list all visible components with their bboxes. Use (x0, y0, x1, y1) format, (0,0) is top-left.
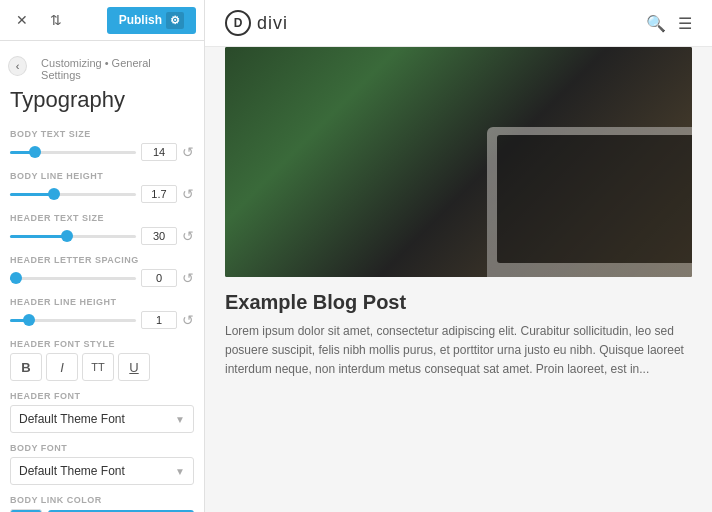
publish-label: Publish (119, 13, 162, 27)
body-text-size-group: BODY TEXT SIZE ↺ (10, 129, 194, 161)
body-link-color-group: BODY LINK COLOR Select Color (10, 495, 194, 512)
header-letter-spacing-track[interactable] (10, 277, 136, 280)
logo-icon: D (225, 10, 251, 36)
post-title: Example Blog Post (225, 291, 692, 314)
page-title: Typography (0, 85, 204, 121)
body-line-height-group: BODY LINE HEIGHT ↺ (10, 171, 194, 203)
header-text-size-label: HEADER TEXT SIZE (10, 213, 194, 223)
site-nav: D divi 🔍 ☰ (205, 0, 712, 47)
body-line-height-label: BODY LINE HEIGHT (10, 171, 194, 181)
header-text-size-input[interactable] (141, 227, 177, 245)
publish-gear-icon[interactable]: ⚙ (166, 12, 184, 29)
header-letter-spacing-label: HEADER LETTER SPACING (10, 255, 194, 265)
blog-content: YOU GOT THIS Example Blog Post Lorem ips… (205, 47, 712, 400)
body-text-size-reset[interactable]: ↺ (182, 145, 194, 159)
header-line-height-label: HEADER LINE HEIGHT (10, 297, 194, 307)
nav-icons: 🔍 ☰ (646, 14, 692, 33)
body-link-color-label: BODY LINK COLOR (10, 495, 194, 505)
header-text-size-track[interactable] (10, 235, 136, 238)
header-font-style-group: HEADER FONT STYLE B I TT U (10, 339, 194, 381)
body-font-label: BODY FONT (10, 443, 194, 453)
body-text-size-label: BODY TEXT SIZE (10, 129, 194, 139)
header-font-value: Default Theme Font (19, 412, 125, 426)
left-panel: ✕ ⇅ Publish ⚙ ‹ Customizing • General Se… (0, 0, 205, 512)
chevron-down-icon-2: ▼ (175, 466, 185, 477)
italic-button[interactable]: I (46, 353, 78, 381)
header-text-size-reset[interactable]: ↺ (182, 229, 194, 243)
body-text-size-input[interactable] (141, 143, 177, 161)
header-line-height-input[interactable] (141, 311, 177, 329)
body-line-height-reset[interactable]: ↺ (182, 187, 194, 201)
header-font-dropdown[interactable]: Default Theme Font ▼ (10, 405, 194, 433)
settings-panel: BODY TEXT SIZE ↺ BODY LINE HEIGHT ↺ (0, 121, 204, 512)
breadcrumb: Customizing • General Settings (31, 49, 196, 83)
header-letter-spacing-group: HEADER LETTER SPACING ↺ (10, 255, 194, 287)
header-font-label: HEADER FONT (10, 391, 194, 401)
header-line-height-group: HEADER LINE HEIGHT ↺ (10, 297, 194, 329)
body-font-value: Default Theme Font (19, 464, 125, 478)
chevron-down-icon: ▼ (175, 414, 185, 425)
body-font-dropdown[interactable]: Default Theme Font ▼ (10, 457, 194, 485)
body-font-group: BODY FONT Default Theme Font ▼ (10, 443, 194, 485)
right-panel: D divi 🔍 ☰ YOU GOT THIS Example Bl (205, 0, 712, 512)
header-letter-spacing-reset[interactable]: ↺ (182, 271, 194, 285)
body-text-size-track[interactable] (10, 151, 136, 154)
site-logo: D divi (225, 10, 288, 36)
publish-button[interactable]: Publish ⚙ (107, 7, 196, 34)
bold-button[interactable]: B (10, 353, 42, 381)
search-icon[interactable]: 🔍 (646, 14, 666, 33)
header-letter-spacing-input[interactable] (141, 269, 177, 287)
font-style-buttons: B I TT U (10, 353, 194, 381)
header-line-height-reset[interactable]: ↺ (182, 313, 194, 327)
close-icon[interactable]: ✕ (8, 6, 36, 34)
sort-icon[interactable]: ⇅ (42, 6, 70, 34)
body-line-height-input[interactable] (141, 185, 177, 203)
header-line-height-track[interactable] (10, 319, 136, 322)
underline-button[interactable]: U (118, 353, 150, 381)
header-text-size-group: HEADER TEXT SIZE ↺ (10, 213, 194, 245)
uppercase-button[interactable]: TT (82, 353, 114, 381)
post-excerpt: Lorem ipsum dolor sit amet, consectetur … (225, 322, 692, 380)
menu-icon[interactable]: ☰ (678, 14, 692, 33)
back-button[interactable]: ‹ (8, 56, 27, 76)
header-font-group: HEADER FONT Default Theme Font ▼ (10, 391, 194, 433)
toolbar: ✕ ⇅ Publish ⚙ (0, 0, 204, 41)
hero-image: YOU GOT THIS (225, 47, 692, 277)
header-font-style-label: HEADER FONT STYLE (10, 339, 194, 349)
logo-name: divi (257, 13, 288, 34)
body-line-height-track[interactable] (10, 193, 136, 196)
